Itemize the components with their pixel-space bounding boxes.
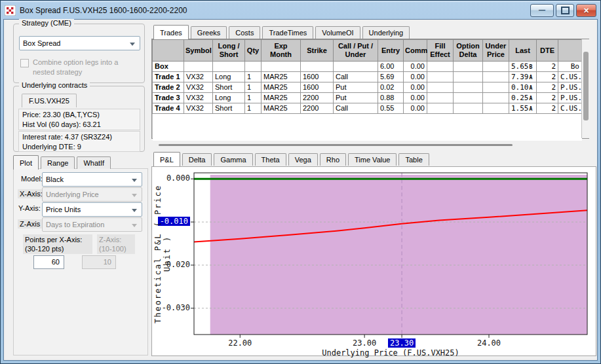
tab-pnl[interactable]: P&L — [153, 152, 180, 166]
maximize-button[interactable] — [556, 4, 574, 17]
points-per-xaxis-input[interactable]: 60 — [33, 255, 64, 269]
row-label[interactable]: Trade 1 — [153, 72, 184, 82]
cell-desc[interactable]: C.US. — [558, 103, 582, 114]
cell-strike[interactable]: 1600 — [301, 72, 334, 82]
cell-cpu[interactable]: Call — [334, 103, 378, 114]
cell-under[interactable] — [483, 62, 509, 72]
cell-cpu[interactable] — [334, 62, 378, 72]
tab-gamma[interactable]: Gamma — [214, 153, 252, 166]
cell-exp[interactable]: MAR25 — [262, 103, 301, 114]
cell-dte[interactable]: 2 — [537, 103, 558, 114]
cell-side[interactable]: Short — [213, 103, 245, 114]
minimize-button[interactable]: — — [530, 4, 554, 17]
tab-tradetimes[interactable]: TradeTimes — [262, 26, 313, 39]
y-axis-select[interactable]: Price Units — [42, 202, 142, 217]
tab-underlying[interactable]: Underlying — [362, 26, 410, 39]
vertical-scrollbar[interactable] — [581, 39, 590, 138]
cell-exp[interactable] — [262, 62, 301, 72]
cell-symbol[interactable] — [184, 62, 213, 72]
cell-under[interactable] — [483, 93, 509, 103]
row-label[interactable]: Trade 4 — [153, 103, 184, 114]
cell-delta[interactable] — [454, 103, 483, 114]
z-points-input[interactable]: 10 — [82, 255, 116, 269]
row-label[interactable]: Box — [153, 62, 184, 72]
tab-volumeoi[interactable]: VolumeOI — [315, 26, 360, 39]
cell-qty[interactable]: 1 — [245, 82, 262, 93]
tab-rho[interactable]: Rho — [320, 153, 346, 166]
cell-desc[interactable]: P.US. — [558, 93, 582, 103]
cell-fill[interactable] — [427, 93, 454, 103]
cell-entry[interactable]: 6.00 — [378, 62, 404, 72]
row-label[interactable]: Trade 2 — [153, 82, 184, 93]
tab-theta[interactable]: Theta — [255, 153, 286, 166]
cell-cpu[interactable]: Put — [334, 82, 378, 93]
cell-entry[interactable]: 0.55 — [378, 103, 404, 114]
cell-qty[interactable]: 1 — [245, 72, 262, 82]
cell-delta[interactable] — [454, 82, 483, 93]
close-button[interactable]: ✕ — [576, 4, 596, 17]
cell-entry[interactable]: 0.02 — [378, 82, 404, 93]
cell-last[interactable]: 0.10A — [509, 82, 537, 93]
cell-comm[interactable]: 0.00 — [404, 72, 427, 82]
cell-dte[interactable]: 2 — [537, 62, 558, 72]
cell-cpu[interactable]: Put — [334, 93, 378, 103]
cell-side[interactable]: Long — [213, 93, 245, 103]
tab-range[interactable]: Range — [41, 156, 75, 169]
tab-vega[interactable]: Vega — [288, 153, 318, 166]
cell-delta[interactable] — [454, 93, 483, 103]
tab-costs[interactable]: Costs — [229, 26, 260, 39]
cell-side[interactable] — [213, 62, 245, 72]
cell-fill[interactable] — [427, 72, 454, 82]
cell-cpu[interactable]: Call — [334, 72, 378, 82]
cell-comm[interactable]: 0.00 — [404, 93, 427, 103]
cell-delta[interactable] — [454, 62, 483, 72]
scrollbar-thumb[interactable] — [583, 52, 589, 120]
cell-under[interactable] — [483, 72, 509, 82]
horizontal-scrollbar[interactable] — [159, 144, 513, 146]
cell-exp[interactable]: MAR25 — [262, 72, 301, 82]
nested-strategy-checkbox[interactable] — [20, 59, 29, 67]
cell-symbol[interactable]: VX32 — [184, 72, 213, 82]
cell-last[interactable]: 7.39A — [509, 72, 537, 82]
cell-dte[interactable]: 2 — [537, 72, 558, 82]
cell-delta[interactable] — [454, 72, 483, 82]
tab-plot[interactable]: Plot — [13, 155, 39, 170]
cell-fill[interactable] — [427, 62, 454, 72]
cell-under[interactable] — [483, 103, 509, 114]
cell-fill[interactable] — [427, 103, 454, 114]
cell-strike[interactable]: 1600 — [301, 82, 334, 93]
row-label[interactable]: Trade 3 — [153, 93, 184, 103]
tab-table[interactable]: Table — [398, 153, 429, 166]
cell-dte[interactable]: 2 — [537, 82, 558, 93]
cell-exp[interactable]: MAR25 — [262, 82, 301, 93]
cell-strike[interactable]: 2200 — [301, 93, 334, 103]
cell-under[interactable] — [483, 82, 509, 93]
strategy-select[interactable]: Box Spread — [19, 36, 140, 50]
cell-last[interactable]: 0.25A — [509, 93, 537, 103]
cell-desc[interactable]: C.US. — [558, 72, 582, 82]
cell-strike[interactable]: 2200 — [301, 103, 334, 114]
cell-qty[interactable]: 1 — [245, 103, 262, 114]
cell-fill[interactable] — [427, 82, 454, 93]
contract-tab[interactable]: F.US.VXH25 — [22, 94, 77, 107]
cell-strike[interactable] — [301, 62, 334, 72]
cell-qty[interactable]: 1 — [245, 93, 262, 103]
cell-side[interactable]: Long — [213, 72, 245, 82]
cell-dte[interactable]: 2 — [537, 93, 558, 103]
cell-qty[interactable] — [245, 62, 262, 72]
cell-last[interactable]: 1.55A — [509, 103, 537, 114]
cell-exp[interactable]: MAR25 — [262, 93, 301, 103]
cell-desc[interactable]: Bo — [558, 62, 582, 72]
cell-symbol[interactable]: VX32 — [184, 103, 213, 114]
cell-last[interactable]: 5.65B — [509, 62, 537, 72]
tab-delta[interactable]: Delta — [182, 153, 212, 166]
cell-entry[interactable]: 0.88 — [378, 93, 404, 103]
cell-entry[interactable]: 5.69 — [378, 72, 404, 82]
z-axis-select[interactable]: Days to Expiration — [42, 217, 142, 232]
cell-side[interactable]: Short — [213, 82, 245, 93]
model-select[interactable]: Black — [42, 172, 142, 187]
cell-comm[interactable]: 0.00 — [404, 62, 427, 72]
cell-comm[interactable]: 0.00 — [404, 103, 427, 114]
cell-symbol[interactable]: VX32 — [184, 93, 213, 103]
cell-comm[interactable]: 0.00 — [404, 82, 427, 93]
